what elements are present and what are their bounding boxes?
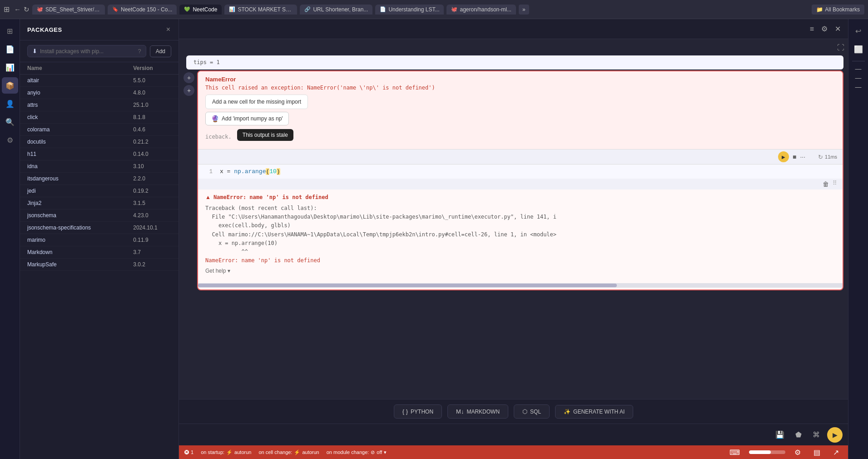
nav-refresh-icon[interactable]: ↻ (24, 5, 30, 14)
error-type-label: NameError (205, 76, 835, 83)
table-row: docutils0.21.2 (20, 136, 179, 148)
run-all-button[interactable]: ▶ (827, 427, 843, 443)
ai-generate-button[interactable]: ✨ GENERATE WITH AI (555, 405, 633, 419)
table-row: itsdangerous2.2.0 (20, 173, 179, 185)
right-undo-button[interactable]: ↩ (850, 23, 867, 39)
run-cell-button[interactable]: ▶ (778, 151, 789, 162)
python-cell-button[interactable]: { } PYTHON (394, 404, 442, 419)
pkg-version: 0.11.9 (126, 234, 179, 246)
tab-stock-label: STOCK MARKET SU... (238, 6, 293, 13)
layout-button[interactable]: ⬟ (792, 429, 805, 441)
add-cell-above-button[interactable]: + (184, 72, 194, 83)
right-layout-button[interactable]: ⬜ (850, 41, 867, 57)
line-number: 1 (205, 169, 213, 175)
delete-cell-button[interactable]: 🗑 (821, 180, 831, 189)
tab-sde-icon: 🐙 (37, 6, 43, 12)
stop-cell-button[interactable]: ■ (791, 152, 798, 161)
get-help-button[interactable]: Get help ▾ (205, 265, 230, 277)
more-tabs-button[interactable]: » (519, 5, 529, 15)
tab-url[interactable]: 🔗 URL Shortener, Bran... (300, 5, 372, 15)
lightning-cell-icon: ⚡ (294, 449, 300, 455)
notebook-top-bar: ≡ ⚙ ✕ (179, 19, 848, 39)
pkg-version: 4.8.0 (126, 87, 179, 99)
status-settings-icon[interactable]: ⚙ (791, 446, 804, 459)
add-cell-below-button[interactable]: + (184, 85, 194, 96)
packages-close-button[interactable]: × (165, 25, 171, 35)
install-package-input[interactable] (40, 48, 135, 55)
on-startup-label: on startup: (201, 449, 224, 455)
status-keyboard-icon[interactable]: ⌨ (726, 446, 744, 459)
code-text: x = np.arange(10) (220, 168, 280, 175)
sidebar-file-icon[interactable]: 📄 (2, 41, 18, 57)
pkg-version: 3.7 (126, 246, 179, 259)
all-bookmarks-button[interactable]: 📁 All Bookmarks (812, 5, 864, 15)
drag-handle[interactable]: ⠿ (833, 180, 837, 189)
sidebar-search-icon[interactable]: 🔍 (2, 114, 18, 130)
code-cell[interactable]: 1 x = np.arange(10) (198, 165, 843, 179)
stale-tooltip: This output is stale (237, 129, 293, 141)
status-panel-icon[interactable]: ▤ (810, 446, 824, 459)
sidebar-settings-icon[interactable]: ⚙ (2, 132, 18, 148)
autorun-cell-label: autorun (302, 449, 319, 455)
close-notebook-button[interactable]: ✕ (833, 23, 843, 35)
packages-table-wrap: Name Version altair5.5.0anyio4.8.0attrs2… (20, 62, 179, 459)
pkg-name: anyio (20, 87, 126, 99)
icon-sidebar: ⊞ 📄 📊 📦 👤 🔍 ⚙ (0, 19, 20, 459)
error-count-item: ✕ 1 (184, 449, 193, 455)
tab-ageron-icon: 🐙 (451, 6, 457, 12)
table-row: click8.1.8 (20, 111, 179, 124)
error-count: 1 (191, 449, 193, 455)
table-row: idna3.10 (20, 160, 179, 173)
nav-back-icon[interactable]: ← (14, 5, 21, 13)
sql-cell-button[interactable]: ⬡ SQL (514, 404, 550, 419)
prev-output: tips = 1 (186, 55, 843, 70)
sidebar-nav-icon[interactable]: ⊞ (2, 23, 18, 39)
right-panel: ↩ ⬜ — — — (848, 19, 868, 459)
import-btn-icon: 🔮 (211, 115, 219, 122)
tab-neetcode[interactable]: 💚 NeetCode (179, 5, 222, 15)
module-chevron-icon: ▾ (384, 449, 387, 455)
add-package-button[interactable]: Add (150, 45, 171, 57)
expand-button[interactable]: ⛶ (179, 44, 848, 52)
status-share-icon[interactable]: ↗ (829, 446, 843, 459)
sidebar-package-icon[interactable]: 📦 (2, 77, 18, 94)
on-cell-change-label: on cell change: (258, 449, 292, 455)
pkg-version: 3.10 (126, 160, 179, 173)
gear-button[interactable]: ⚙ (819, 23, 829, 35)
markdown-cell-button[interactable]: M↓ MARKDOWN (447, 404, 508, 419)
right-divider-line2: — (855, 74, 862, 81)
pkg-version: 5.5.0 (126, 75, 179, 87)
sidebar-people-icon[interactable]: 👤 (2, 95, 18, 112)
grid-icon: ⊞ (4, 5, 10, 14)
tab-stock[interactable]: 📊 STOCK MARKET SU... (224, 5, 297, 15)
pkg-name: jsonschema (20, 210, 126, 222)
autorun-startup-label: autorun (234, 449, 251, 455)
sidebar-chart-icon[interactable]: 📊 (2, 59, 18, 75)
install-help-icon[interactable]: ? (138, 48, 141, 55)
horizontal-scrollbar[interactable] (198, 283, 843, 288)
tab-sde[interactable]: 🐙 SDE_Sheet_Striver/D... (32, 5, 105, 15)
module-off-icon: ⊘ (371, 449, 375, 455)
menu-button[interactable]: ≡ (808, 23, 816, 35)
pkg-name: MarkupSafe (20, 259, 126, 271)
pkg-name: docutils (20, 136, 126, 148)
save-button[interactable]: 💾 (772, 429, 788, 441)
import-btn-label: Add 'import numpy as np' (222, 115, 283, 122)
more-options-button[interactable]: ··· (798, 152, 807, 161)
table-row: anyio4.8.0 (20, 87, 179, 99)
keyboard-shortcut-button[interactable]: ⌘ (809, 429, 823, 441)
error-output: ▲ NameError: name 'np' is not defined Tr… (198, 190, 843, 281)
add-import-button[interactable]: 🔮 Add 'import numpy as np' (205, 112, 289, 125)
tab-url-icon: 🔗 (304, 6, 311, 12)
packages-title: PACKAGES (27, 26, 62, 33)
pkg-name: click (20, 111, 126, 124)
tab-ageron[interactable]: 🐙 ageron/handson-ml... (446, 5, 516, 15)
pkg-name: jsonschema-specifications (20, 222, 126, 234)
table-row: jsonschema4.23.0 (20, 210, 179, 222)
tab-understanding[interactable]: 📄 Understanding LST... (375, 5, 444, 15)
packages-header: PACKAGES × (20, 19, 179, 40)
content-area: ≡ ⚙ ✕ ⛶ tips = 1 + + (179, 19, 848, 459)
markdown-icon: M↓ (456, 408, 464, 415)
collapse-error-button[interactable]: ▲ (205, 194, 211, 200)
tab-neetcode150[interactable]: 🔖 NeetCode 150 - Co... (108, 5, 177, 15)
